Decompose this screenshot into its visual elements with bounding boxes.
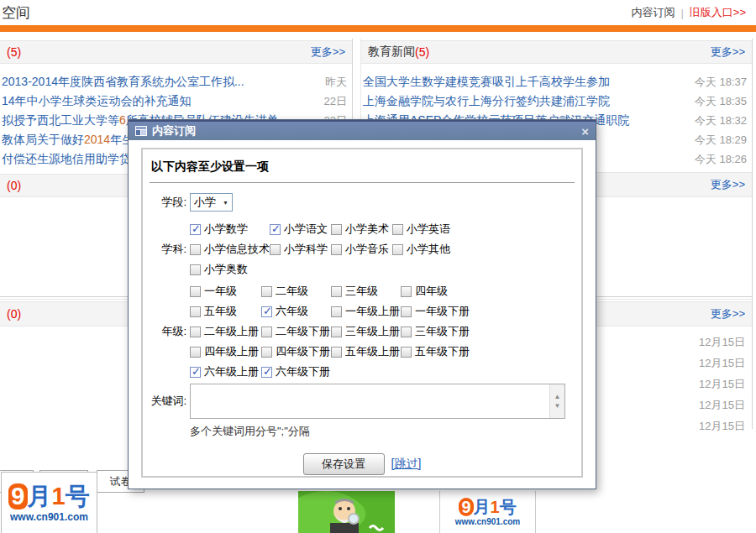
checkbox-label: 五年级 — [204, 304, 237, 319]
news-link[interactable]: 14年中小学生球类运动会的补充通知 — [2, 94, 192, 109]
checkbox-option[interactable]: 小学信息技术 — [190, 242, 270, 257]
checkbox-option[interactable]: 六年级下册 — [261, 364, 331, 379]
checkbox-unchecked[interactable] — [331, 327, 342, 337]
checkbox-option[interactable]: 小学音乐 — [331, 242, 392, 257]
checkbox-unchecked[interactable] — [401, 347, 412, 358]
news-link[interactable]: 上海金融学院与农行上海分行签约共建浦江学院 — [363, 94, 610, 109]
skip-link[interactable]: [跳过] — [391, 457, 422, 472]
more-link[interactable]: 更多>> — [711, 44, 745, 60]
dialog-title: 内容订阅 — [152, 123, 196, 138]
checkbox-option[interactable]: 六年级上册 — [190, 364, 261, 379]
old-version-link[interactable]: 旧版入口>> — [690, 5, 746, 20]
scroll-up-icon[interactable]: ▲ — [554, 394, 561, 400]
checkbox-unchecked[interactable] — [392, 224, 403, 235]
checkbox-unchecked[interactable] — [401, 327, 412, 337]
checkbox-unchecked[interactable] — [331, 224, 342, 235]
news-link[interactable]: 2013-2014年度陕西省教育系统办公室工作拟... — [2, 75, 244, 90]
subscription-dialog: 内容订阅 × 以下内容至少设置一项 学段: 小学 ▼ 学科: 小学数学小学语文小… — [128, 119, 596, 489]
checkbox-unchecked[interactable] — [392, 244, 403, 255]
keywords-textarea[interactable] — [191, 384, 549, 418]
news-link[interactable]: 全国大学生数学建模竞赛吸引上千高校学生参加 — [363, 75, 610, 90]
checkbox-option[interactable]: 一年级 — [190, 284, 261, 299]
checkbox-checked[interactable] — [270, 224, 281, 235]
checkbox-option[interactable]: 三年级下册 — [401, 324, 470, 339]
highlight-text: 2014 — [84, 133, 110, 146]
section-count: (5) — [7, 45, 21, 59]
checkbox-option[interactable]: 四年级 — [401, 284, 448, 299]
checkbox-unchecked[interactable] — [270, 244, 281, 255]
checkbox-unchecked[interactable] — [190, 347, 201, 358]
more-link[interactable]: 更多>> — [311, 44, 345, 60]
news-link[interactable]: 教体局关于做好2014年生源 — [2, 133, 145, 148]
checkbox-unchecked[interactable] — [331, 306, 342, 317]
checkbox-checked[interactable] — [261, 306, 272, 317]
top-links: 内容订阅 | 旧版入口>> — [631, 5, 746, 20]
checkbox-label: 六年级 — [276, 304, 308, 319]
grades-label: 年级: — [150, 324, 190, 339]
section-title: 教育新闻 — [368, 44, 415, 60]
checkbox-option[interactable]: 小学英语 — [392, 222, 450, 237]
checkbox-unchecked[interactable] — [261, 327, 272, 337]
more-link[interactable]: 更多>> — [711, 306, 745, 321]
close-icon[interactable]: × — [581, 125, 589, 138]
ad-banner-right[interactable]: 9月1号 www.cn901.com — [439, 491, 536, 533]
checkbox-unchecked[interactable] — [261, 347, 272, 358]
checkbox-unchecked[interactable] — [190, 264, 201, 275]
checkbox-unchecked[interactable] — [331, 286, 342, 297]
textarea-scrollbar[interactable]: ▲ ▼ — [549, 384, 564, 418]
checkbox-option[interactable]: 一年级上册 — [331, 304, 401, 319]
news-link[interactable]: 付偿还生源地信用助学贷款 — [2, 152, 143, 167]
checkbox-option[interactable]: 二年级上册 — [190, 324, 261, 339]
checkbox-option[interactable]: 五年级上册 — [331, 344, 401, 359]
ad-banner-left[interactable]: 9月1号 www.cn901.com — [1, 472, 97, 533]
more-link[interactable]: 更多>> — [711, 177, 745, 192]
checkbox-option[interactable]: 小学奥数 — [190, 262, 270, 277]
checkbox-row: 小学数学小学语文小学美术小学英语 — [190, 219, 450, 239]
checkbox-option[interactable]: 小学数学 — [190, 222, 270, 237]
dialog-buttons: 保存设置 [跳过] — [150, 453, 575, 475]
checkbox-option[interactable]: 小学语文 — [270, 222, 331, 237]
checkbox-label: 小学信息技术 — [204, 242, 270, 257]
checkbox-checked[interactable] — [190, 224, 201, 235]
save-settings-button[interactable]: 保存设置 — [303, 453, 385, 475]
checkbox-unchecked[interactable] — [190, 286, 201, 297]
checkbox-option[interactable]: 小学美术 — [331, 222, 392, 237]
checkbox-label: 四年级下册 — [276, 344, 330, 359]
checkbox-option[interactable]: 三年级上册 — [331, 324, 401, 339]
checkbox-option[interactable]: 小学其他 — [392, 242, 450, 257]
keywords-hint: 多个关键词用分号";"分隔 — [190, 424, 575, 439]
stage-select[interactable]: 小学 ▼ — [190, 193, 233, 212]
checkbox-option[interactable]: 二年级 — [261, 284, 331, 299]
checkbox-checked[interactable] — [261, 367, 272, 378]
checkbox-option[interactable]: 六年级 — [261, 304, 331, 319]
checkbox-option[interactable]: 五年级下册 — [401, 344, 470, 359]
checkbox-unchecked[interactable] — [261, 286, 272, 297]
checkbox-option[interactable]: 四年级上册 — [190, 344, 261, 359]
checkbox-label: 一年级上册 — [345, 304, 400, 319]
checkbox-label: 小学其他 — [407, 242, 450, 257]
checkbox-unchecked[interactable] — [331, 244, 342, 255]
logo-char: 月 — [474, 499, 491, 515]
section-count: (0) — [7, 307, 21, 321]
checkbox-option[interactable]: 二年级下册 — [261, 324, 331, 339]
news-date: 12月15日 — [699, 377, 745, 392]
checkbox-unchecked[interactable] — [190, 244, 201, 255]
checkbox-option[interactable]: 五年级 — [190, 304, 261, 319]
checkbox-unchecked[interactable] — [401, 286, 412, 297]
checkbox-unchecked[interactable] — [190, 306, 201, 317]
subjects-label: 学科: — [150, 242, 190, 257]
checkbox-checked[interactable] — [190, 367, 201, 378]
checkbox-option[interactable]: 四年级下册 — [261, 344, 331, 359]
mascot-image[interactable] — [298, 491, 395, 533]
content-subscribe-link[interactable]: 内容订阅 — [631, 5, 675, 20]
checkbox-row: 六年级上册六年级下册 — [190, 362, 470, 382]
checkbox-unchecked[interactable] — [331, 347, 342, 358]
checkbox-option[interactable]: 三年级 — [331, 284, 401, 299]
scroll-down-icon[interactable]: ▼ — [554, 403, 561, 410]
checkbox-unchecked[interactable] — [190, 327, 201, 337]
checkbox-option[interactable]: 小学科学 — [270, 242, 331, 257]
checkbox-unchecked[interactable] — [401, 306, 412, 317]
subjects-row: 学科: 小学数学小学语文小学美术小学英语小学信息技术小学科学小学音乐小学其他小学… — [150, 219, 575, 280]
checkbox-option[interactable]: 一年级下册 — [401, 304, 470, 319]
dialog-heading: 以下内容至少设置一项 — [151, 159, 575, 175]
